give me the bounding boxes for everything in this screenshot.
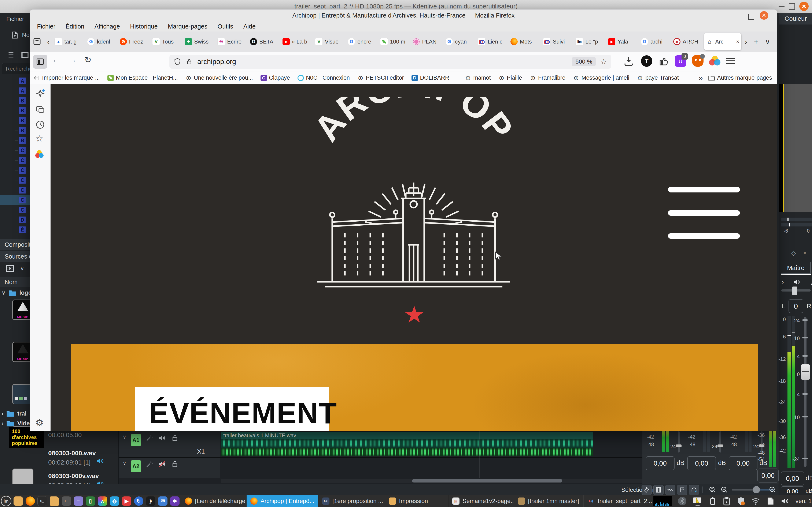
menu-edition[interactable]: Édition [65, 23, 84, 30]
filmstrip-launcher[interactable]: ⟫ [145, 495, 157, 507]
menu-outils[interactable]: Outils [217, 23, 233, 30]
bookmark-item[interactable]: DOLIBARR [411, 74, 449, 81]
flag-tool-button[interactable] [677, 485, 687, 495]
chevron-right-icon[interactable]: › [2, 420, 3, 426]
fader-thumb[interactable] [676, 445, 681, 447]
volume-fader[interactable] [719, 431, 721, 452]
mint-menu-button[interactable]: lm [0, 495, 12, 507]
bin-clip-name[interactable]: 080303-000v.wav [48, 472, 99, 480]
system-monitor-graph[interactable] [653, 496, 672, 506]
phone-app-launcher[interactable]: ▯ [84, 495, 96, 507]
gain-value-field[interactable]: 0,00 [687, 456, 716, 470]
bin-clip-name[interactable]: 080303-000.wav [48, 450, 96, 457]
chevron-down-icon[interactable]: ∨ [2, 290, 5, 296]
bookmarks-overflow-icon[interactable]: » [699, 74, 703, 82]
downloads-icon[interactable] [623, 56, 634, 67]
chevron-right-icon[interactable]: › [2, 411, 3, 416]
volume-fader[interactable] [678, 431, 679, 452]
speaker-icon[interactable] [793, 278, 801, 286]
kdenlive-minimize-icon[interactable] [778, 6, 784, 7]
chevron-down-icon[interactable]: ∨ [123, 460, 126, 466]
gain-value-field[interactable]: 0,00 [729, 456, 757, 470]
maximize-icon[interactable] [748, 14, 754, 20]
target-track-label[interactable]: X1 [197, 448, 205, 455]
bookmark-item[interactable]: mamot [465, 74, 491, 81]
list-view-icon[interactable] [6, 51, 15, 59]
zoom-fit-icon[interactable] [709, 486, 716, 494]
shield-icon[interactable] [173, 58, 181, 65]
bookmark-item[interactable]: N0C - Connexion [298, 74, 350, 81]
tab[interactable]: Freez [118, 32, 151, 52]
bookmark-item[interactable]: Messagerie | ameli [573, 74, 629, 81]
tab[interactable]: cyan [444, 32, 476, 52]
tab[interactable]: 100 m [378, 32, 411, 52]
master-volume-fader[interactable] [804, 317, 807, 467]
sidebar-toggle-button[interactable] [33, 55, 47, 69]
close-icon[interactable]: × [803, 250, 807, 257]
mask-extension-icon[interactable] [692, 55, 704, 67]
tab[interactable]: ARCH [672, 32, 704, 52]
taskbar-window-kdenlive[interactable]: trailer_sept_part_2... [583, 495, 653, 507]
tab[interactable]: Le "p [574, 32, 606, 52]
taskbar-clock[interactable]: ven. 12 sept., 16:22 [796, 498, 812, 504]
headphones-tool-button[interactable] [689, 485, 699, 495]
scrollbar-thumb[interactable] [412, 479, 562, 483]
mail-launcher[interactable]: ✉ [157, 495, 169, 507]
gain-value-field[interactable]: 0,00 [757, 468, 778, 483]
menu-affichage[interactable]: Affichage [95, 23, 120, 30]
folder-launcher[interactable] [48, 495, 60, 507]
lock-icon[interactable] [186, 58, 193, 65]
tab[interactable]: PLAN [411, 32, 444, 52]
master-gain-field[interactable]: 0,00 [781, 471, 804, 486]
bookmark-item[interactable]: Framalibre [530, 74, 565, 81]
tab[interactable]: BETA [248, 32, 281, 52]
archive-box-icon[interactable] [32, 37, 42, 46]
menu-marque-pages[interactable]: Marque-pages [168, 23, 207, 30]
tab[interactable]: tar, g [53, 32, 86, 52]
master-fader-handle[interactable] [801, 364, 810, 380]
taskbar-window-archipop-active[interactable]: Archipop | Entrepô... [246, 495, 318, 507]
kdenlive-maximize-icon[interactable] [789, 3, 795, 10]
bookmark-item[interactable]: paye-Transat [637, 74, 679, 81]
reload-icon[interactable]: ↻ [84, 55, 92, 65]
tab-scroll-left-icon[interactable]: ‹ [44, 38, 53, 46]
new-tab-icon[interactable]: + [751, 38, 762, 46]
synced-tabs-icon[interactable] [35, 105, 45, 114]
firefox-titlebar[interactable]: Archipop | Entrepôt & Manufacture d'Arch… [30, 9, 777, 21]
tab-active-archipop[interactable]: Arc × [704, 33, 742, 50]
water-app-launcher[interactable]: ◍ [108, 495, 120, 507]
icon-view-icon[interactable] [21, 51, 29, 59]
zoom-in-icon[interactable] [769, 486, 776, 494]
audio-mix-tool-button[interactable] [665, 485, 675, 495]
balance-value-field[interactable]: 0 [789, 299, 803, 313]
media-player-launcher[interactable]: ▶ [120, 495, 133, 507]
share-page-icon[interactable] [766, 496, 775, 506]
track-lock-icon[interactable] [171, 460, 179, 468]
fader-thumb[interactable] [717, 445, 723, 447]
tab[interactable]: Swiss [183, 32, 216, 52]
menu-hamburger-icon[interactable] [726, 57, 735, 66]
chevron-down-icon[interactable]: ∨ [123, 434, 126, 440]
back-icon[interactable]: ← [52, 55, 60, 64]
other-bookmarks-button[interactable]: Autres marque-pages [708, 74, 772, 81]
list-tabs-icon[interactable]: ∨ [762, 38, 774, 46]
track-header-a2[interactable]: ∨ A2 [119, 458, 220, 478]
bookmark-star-icon[interactable]: ☆ [600, 57, 607, 66]
bin-folder-videos[interactable]: › Vide [2, 420, 30, 427]
shield-update-icon[interactable] [736, 496, 746, 506]
notes-launcher[interactable]: ≡ [72, 495, 84, 507]
tab-scroll-right-icon[interactable]: › [742, 38, 751, 46]
zoom-level-badge[interactable]: 500 % [572, 57, 596, 66]
chevron-down-icon[interactable]: ∨ [20, 266, 24, 272]
taskbar-window-impression[interactable]: Impression [385, 495, 448, 507]
timeline[interactable]: ∨ A1 X1 trailer beauvais 1 MINUTE.wav ∨ … [119, 431, 643, 484]
gradient-app-launcher[interactable]: ∧ [96, 495, 108, 507]
new-project-button[interactable]: No [11, 31, 30, 39]
tab[interactable]: Suivi [541, 32, 574, 52]
display-calibration-icon[interactable] [692, 496, 703, 506]
volume-icon[interactable] [780, 496, 790, 506]
event-card[interactable]: ÉVÉNEMENT [135, 387, 329, 431]
close-icon[interactable]: ✕ [760, 11, 768, 20]
tab[interactable]: Tous [151, 32, 183, 52]
taskbar-window-semaine[interactable]: ▤ Semaine1v2-page... [448, 495, 514, 507]
